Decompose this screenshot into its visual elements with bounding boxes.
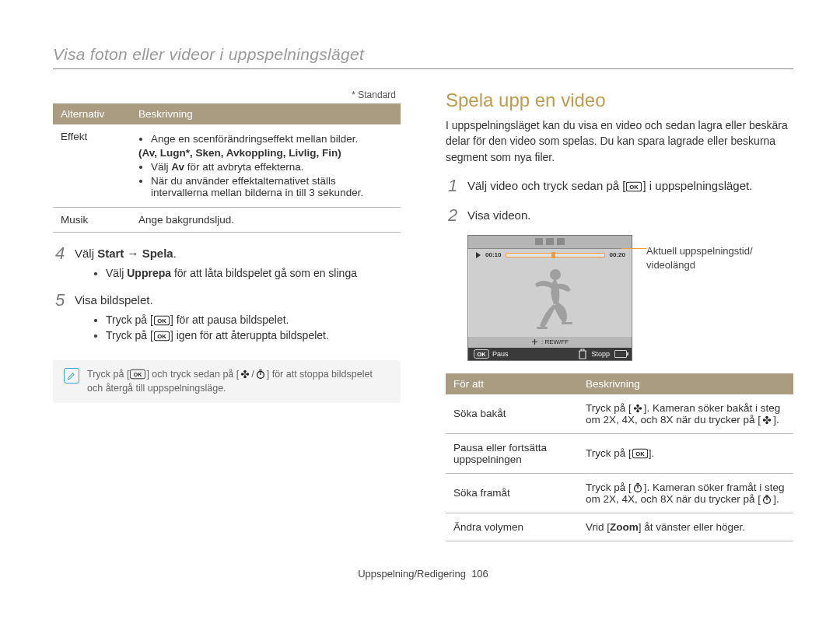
svg-text:OK: OK [134, 372, 142, 377]
skater-illustration [468, 268, 632, 335]
svg-point-8 [241, 373, 244, 376]
footer-section: Uppspelning/Redigering [358, 568, 466, 580]
flower-icon [632, 403, 643, 414]
cell-effekt-desc: Ange en scenförändringseffekt mellan bil… [131, 124, 401, 208]
step-num: 4 [53, 245, 67, 262]
step-4-sub: Välj Upprepa för att låta bildspelet gå … [75, 267, 401, 279]
tip-box: Tryck på [OK] och tryck sedan på [/] för… [53, 360, 401, 403]
battery-icon [614, 350, 627, 358]
svg-text:OK: OK [157, 317, 166, 324]
table-row: Effekt Ange en scenförändringseffekt mel… [53, 124, 401, 208]
step-1: 1 Välj video och tryck sedan på [OK] i u… [446, 177, 793, 194]
ok-icon: OK [626, 181, 642, 192]
timer-icon [255, 369, 266, 380]
step-body: Visa videon. [467, 207, 793, 223]
ok-icon: OK [154, 315, 170, 326]
svg-point-19 [636, 405, 639, 408]
stop-label: Stopp [591, 350, 610, 358]
play-th-desc: Beskrivning [578, 373, 793, 394]
svg-point-27 [768, 419, 772, 422]
svg-point-10 [244, 373, 247, 376]
cell-label: Söka framåt [446, 473, 578, 513]
tip-text: Tryck på [OK] och tryck sedan på [/] för… [87, 368, 390, 395]
svg-point-23 [636, 407, 639, 409]
footer: Uppspelning/Redigering 106 [53, 568, 793, 580]
list-item: (Av, Lugn*, Sken, Avkoppling, Livlig, Fi… [138, 147, 393, 159]
pencil-note-icon [64, 368, 79, 384]
timer-icon [632, 482, 643, 493]
table-row: Söka framåt Tryck på []. Kameran söker f… [446, 473, 793, 513]
svg-point-20 [636, 410, 639, 413]
step-2: 2 Visa videon. [446, 207, 793, 224]
table-row: Söka bakåt Tryck på []. Kameran söker ba… [446, 394, 793, 434]
svg-point-21 [634, 407, 637, 410]
list-item: Ange en scenförändringseffekt mellan bil… [151, 133, 393, 145]
timer-icon [761, 494, 772, 505]
time-total: 00:20 [610, 251, 625, 258]
timeline-bar [506, 253, 604, 257]
ok-icon: OK [154, 331, 170, 342]
list-item: Välj Av för att avbryta effekterna. [151, 161, 393, 173]
video-footer-bar: OK Paus Stopp [468, 348, 632, 360]
step-num: 1 [446, 177, 460, 194]
playback-table: För att Beskrivning Söka bakåt Tryck på … [446, 373, 793, 541]
table-row: Ändra volymen Vrid [Zoom] åt vänster ell… [446, 513, 793, 541]
callout-line [621, 248, 646, 250]
ok-icon: OK [632, 448, 648, 459]
cell-desc: Tryck på []. Kameran söker bakåt i steg … [578, 394, 793, 434]
cell-musik-desc: Ange bakgrundsljud. [131, 208, 401, 233]
video-timeline: 00:10 00:20 [474, 250, 625, 261]
svg-point-26 [763, 419, 766, 422]
svg-point-7 [243, 376, 247, 379]
list-item: Tryck på [OK] för att pausa bildspelet. [106, 313, 401, 326]
flower-icon [761, 415, 772, 426]
time-current: 00:10 [485, 251, 501, 258]
video-caption: Aktuell uppspelningstid/ videolängd [646, 235, 753, 272]
step-num: 2 [446, 207, 460, 224]
right-column: Spela upp en video I uppspelningsläget k… [446, 89, 793, 541]
step-5-sub: Tryck på [OK] för att pausa bildspelet. … [75, 313, 401, 342]
options-th-desc: Beskrivning [131, 103, 401, 124]
options-th-alt: Alternativ [53, 103, 131, 124]
step-4: 4 Välj Start → Spela. [53, 245, 401, 262]
left-column: * Standard Alternativ Beskrivning Effekt… [53, 89, 401, 541]
cell-desc: Vrid [Zoom] åt vänster eller höger. [578, 513, 793, 541]
options-table: Alternativ Beskrivning Effekt Ange en sc… [53, 103, 401, 233]
list-item: Tryck på [OK] igen för att återuppta bil… [106, 329, 401, 342]
step-num: 5 [53, 292, 67, 309]
cell-label: Ändra volymen [446, 513, 578, 541]
svg-text:OK: OK [635, 450, 645, 457]
step-body: Välj Start → Spela. [75, 245, 401, 261]
footer-page: 106 [471, 568, 488, 580]
cell-desc: Tryck på [OK]. [578, 433, 793, 473]
svg-point-24 [765, 416, 768, 419]
table-row: Musik Ange bakgrundsljud. [53, 208, 401, 233]
svg-point-9 [247, 373, 250, 376]
cell-effekt-label: Effekt [53, 124, 131, 208]
ok-icon: OK [474, 349, 489, 359]
svg-rect-15 [537, 327, 548, 329]
list-item: Välj Upprepa för att låta bildspelet gå … [106, 267, 401, 279]
table-row: Pausa eller fortsätta uppspelningen Tryc… [446, 433, 793, 473]
list-item: När du använder effektalternativet ställ… [151, 175, 393, 198]
cell-label: Söka bakåt [446, 394, 578, 434]
pause-label: Paus [492, 350, 509, 358]
play-icon [476, 252, 481, 258]
video-hint-bar: : REW/FF [468, 337, 632, 348]
svg-point-22 [639, 407, 642, 410]
trash-icon [577, 348, 588, 360]
page-header: Visa foton eller videor i uppspelningslä… [53, 45, 793, 69]
text-bold: Start → Spela [97, 247, 173, 260]
intro-paragraph: I uppspelningsläget kan du visa en video… [446, 117, 793, 165]
cell-label: Pausa eller fortsätta uppspelningen [446, 433, 578, 473]
svg-text:OK: OK [630, 184, 639, 191]
step-body: Välj video och tryck sedan på [OK] i upp… [467, 177, 793, 194]
video-topbar [468, 236, 632, 249]
text: . [173, 247, 177, 260]
cell-desc: Tryck på []. Kameran söker framåt i steg… [578, 473, 793, 513]
play-th-action: För att [446, 373, 578, 394]
svg-text:OK: OK [157, 333, 166, 340]
ok-icon: OK [130, 369, 145, 380]
svg-rect-16 [562, 322, 572, 324]
video-preview: 00:10 00:20 [467, 235, 632, 361]
